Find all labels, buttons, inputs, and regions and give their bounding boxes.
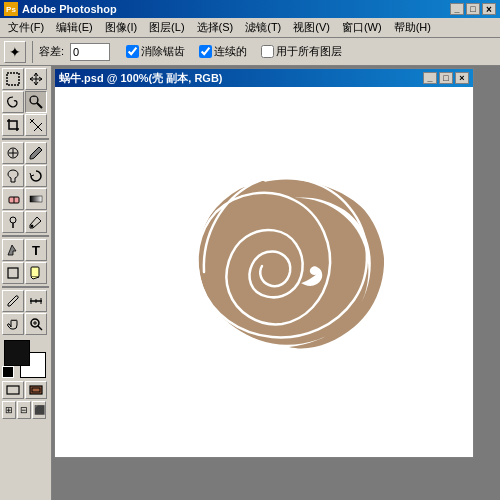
doc-close-button[interactable]: ×	[455, 72, 469, 84]
doc-minimize-button[interactable]: _	[423, 72, 437, 84]
tool-hand[interactable]	[2, 313, 24, 335]
doc-maximize-button[interactable]: □	[439, 72, 453, 84]
menu-window[interactable]: 窗口(W)	[336, 18, 388, 37]
tool-notes[interactable]	[25, 262, 47, 284]
svg-point-15	[31, 225, 34, 228]
menu-edit[interactable]: 编辑(E)	[50, 18, 99, 37]
foreground-color-swatch[interactable]	[4, 340, 30, 366]
divider-2	[2, 235, 49, 237]
svg-point-2	[30, 96, 38, 104]
app-title: Adobe Photoshop	[22, 3, 117, 15]
document-window: 蜗牛.psd @ 100%(壳 副本, RGB) _ □ ×	[54, 68, 474, 458]
tool-brush[interactable]	[25, 142, 47, 164]
title-bar: Ps Adobe Photoshop _ □ ×	[0, 0, 500, 18]
main-area: T	[0, 66, 500, 500]
antialias-label[interactable]: 消除锯齿	[126, 44, 185, 59]
tool-magic-wand[interactable]	[25, 91, 47, 113]
tolerance-input[interactable]	[70, 43, 110, 61]
antialias-text: 消除锯齿	[141, 44, 185, 59]
tool-screen-full-menu[interactable]: ⊟	[17, 401, 31, 419]
contiguous-text: 连续的	[214, 44, 247, 59]
tool-row-6	[2, 188, 49, 210]
all-layers-checkbox[interactable]	[261, 45, 274, 58]
tool-screen-normal[interactable]: ⊞	[2, 401, 16, 419]
tool-row-4	[2, 142, 49, 164]
menu-help[interactable]: 帮助(H)	[388, 18, 437, 37]
menu-image[interactable]: 图像(I)	[99, 18, 143, 37]
close-button[interactable]: ×	[482, 3, 496, 15]
snail-image	[124, 152, 404, 392]
document-title: 蜗牛.psd @ 100%(壳 副本, RGB)	[59, 71, 223, 86]
quick-mask-row	[2, 381, 49, 399]
tool-move[interactable]	[25, 68, 47, 90]
app-icon: Ps	[4, 2, 18, 16]
tool-options-icon: ✦	[4, 41, 26, 63]
tool-row-1	[2, 68, 49, 90]
antialias-checkbox[interactable]	[126, 45, 139, 58]
svg-rect-26	[7, 386, 19, 394]
tool-row-9	[2, 262, 49, 284]
tool-row-8: T	[2, 239, 49, 261]
tool-marquee-rect[interactable]	[2, 68, 24, 90]
tool-screen-full[interactable]: ⬛	[32, 401, 46, 419]
options-bar: ✦ 容差: 消除锯齿 连续的 用于所有图层	[0, 38, 500, 66]
tool-zoom[interactable]	[25, 313, 47, 335]
tool-stamp[interactable]	[2, 165, 24, 187]
tool-row-10	[2, 290, 49, 312]
maximize-button[interactable]: □	[466, 3, 480, 15]
divider-3	[2, 286, 49, 288]
tool-lasso[interactable]	[2, 91, 24, 113]
screen-mode-row: ⊞ ⊟ ⬛	[2, 401, 49, 419]
document-canvas	[55, 87, 473, 457]
tool-eyedropper[interactable]	[2, 290, 24, 312]
tool-row-5	[2, 165, 49, 187]
canvas-area: 蜗牛.psd @ 100%(壳 副本, RGB) _ □ ×	[52, 66, 500, 500]
tool-crop[interactable]	[2, 114, 24, 136]
tool-path-select[interactable]	[2, 239, 24, 261]
tool-dodge[interactable]	[2, 211, 24, 233]
menu-view[interactable]: 视图(V)	[287, 18, 336, 37]
menu-file[interactable]: 文件(F)	[2, 18, 50, 37]
reset-colors-icon[interactable]	[2, 366, 14, 378]
tool-row-7	[2, 211, 49, 233]
tool-row-2	[2, 91, 49, 113]
all-layers-text: 用于所有图层	[276, 44, 342, 59]
tool-row-11	[2, 313, 49, 335]
menu-select[interactable]: 选择(S)	[191, 18, 240, 37]
divider-1	[2, 138, 49, 140]
tool-slice[interactable]	[25, 114, 47, 136]
all-layers-label[interactable]: 用于所有图层	[261, 44, 342, 59]
tool-heal[interactable]	[2, 142, 24, 164]
contiguous-checkbox[interactable]	[199, 45, 212, 58]
svg-rect-0	[7, 73, 19, 85]
tool-quick-mask[interactable]	[25, 381, 47, 399]
svg-rect-16	[8, 268, 18, 278]
tool-measure[interactable]	[25, 290, 47, 312]
menu-bar: 文件(F) 编辑(E) 图像(I) 图层(L) 选择(S) 滤镜(T) 视图(V…	[0, 18, 500, 38]
doc-window-controls: _ □ ×	[423, 72, 469, 84]
svg-point-13	[10, 217, 16, 223]
menu-filter[interactable]: 滤镜(T)	[239, 18, 287, 37]
tool-row-3	[2, 114, 49, 136]
tool-eraser[interactable]	[2, 188, 24, 210]
tool-pen[interactable]	[25, 211, 47, 233]
svg-line-1	[37, 103, 42, 108]
tool-shape[interactable]	[2, 262, 24, 284]
tolerance-label: 容差:	[39, 44, 64, 59]
svg-rect-12	[30, 196, 42, 202]
tool-text[interactable]: T	[25, 239, 47, 261]
tool-standard-mode[interactable]	[2, 381, 24, 399]
svg-rect-17	[31, 267, 39, 277]
toolbox: T	[0, 66, 52, 500]
tool-gradient[interactable]	[25, 188, 47, 210]
minimize-button[interactable]: _	[450, 3, 464, 15]
contiguous-label[interactable]: 连续的	[199, 44, 247, 59]
document-title-bar: 蜗牛.psd @ 100%(壳 副本, RGB) _ □ ×	[55, 69, 473, 87]
svg-line-23	[38, 326, 42, 330]
color-swatch-area	[2, 340, 48, 378]
menu-layer[interactable]: 图层(L)	[143, 18, 190, 37]
tool-history[interactable]	[25, 165, 47, 187]
